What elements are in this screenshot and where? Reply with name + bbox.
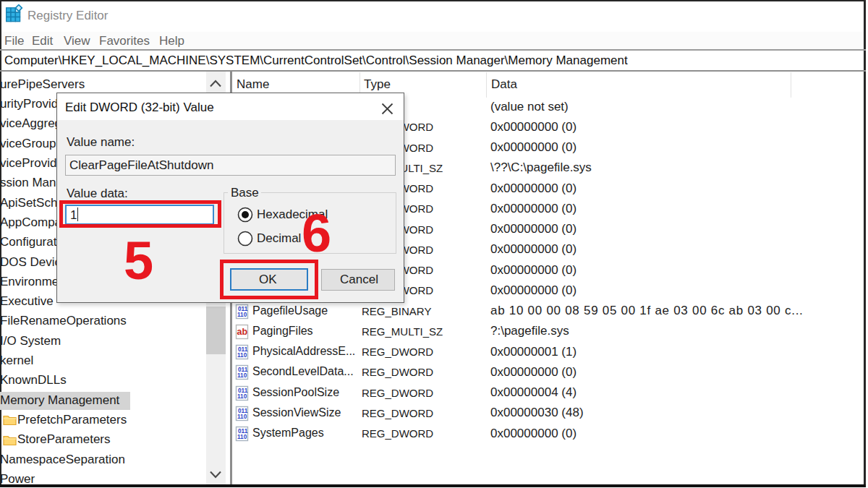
svg-text:110: 110	[237, 414, 247, 420]
svg-text:110: 110	[237, 312, 247, 318]
svg-text:110: 110	[237, 434, 247, 440]
svg-text:110: 110	[237, 352, 247, 359]
svg-text:110: 110	[237, 393, 247, 400]
svg-text:110: 110	[237, 372, 247, 379]
svg-text:ab: ab	[237, 326, 248, 336]
